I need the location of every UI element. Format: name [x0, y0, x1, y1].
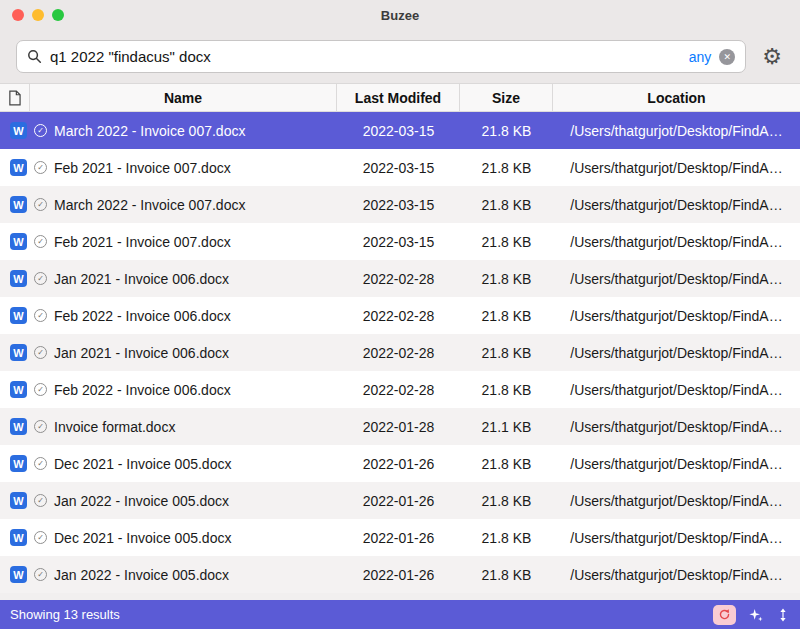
file-name: Jan 2021 - Invoice 006.docx [54, 345, 229, 361]
file-location: /Users/thatgurjot/Desktop/FindA… [553, 334, 800, 371]
check-circle-icon: ✓ [34, 494, 47, 507]
file-name-cell: W ✓ Feb 2022 - Invoice 006.docx [0, 371, 337, 408]
zoom-traffic-light[interactable] [52, 9, 64, 21]
file-type-column-header[interactable] [0, 84, 30, 111]
document-icon [8, 90, 21, 106]
word-file-icon: W [10, 233, 27, 250]
search-input[interactable] [50, 48, 681, 65]
file-location: /Users/thatgurjot/Desktop/FindA… [553, 408, 800, 445]
file-last-modified: 2022-03-15 [337, 112, 460, 149]
file-name: Feb 2021 - Invoice 007.docx [54, 234, 231, 250]
status-actions [713, 605, 790, 625]
file-name: Feb 2022 - Invoice 006.docx [54, 308, 231, 324]
file-last-modified: 2022-03-15 [337, 149, 460, 186]
file-size: 21.8 KB [460, 260, 553, 297]
table-row[interactable]: W ✓ Jan 2022 - Invoice 005.docx 2022-01-… [0, 482, 800, 519]
file-name-cell: W ✓ Jan 2021 - Invoice 006.docx [0, 260, 337, 297]
file-name: Jan 2022 - Invoice 005.docx [54, 567, 229, 583]
file-name-cell: W ✓ Invoice format.docx [0, 408, 337, 445]
word-file-icon: W [10, 566, 27, 583]
gear-icon[interactable]: ⚙ [762, 46, 782, 68]
column-header-name[interactable]: Name [30, 84, 337, 111]
file-size: 21.8 KB [460, 519, 553, 556]
traffic-lights [0, 9, 64, 21]
file-location: /Users/thatgurjot/Desktop/FindA… [553, 112, 800, 149]
file-last-modified: 2022-01-26 [337, 445, 460, 482]
file-name-cell: W ✓ Jan 2021 - Invoice 006.docx [0, 334, 337, 371]
table-row[interactable]: W ✓ March 2022 - Invoice 007.docx 2022-0… [0, 112, 800, 149]
sparkles-button[interactable] [748, 607, 764, 623]
file-location: /Users/thatgurjot/Desktop/FindA… [553, 297, 800, 334]
file-name-cell: W ✓ Feb 2022 - Invoice 006.docx [0, 297, 337, 334]
check-circle-icon: ✓ [34, 420, 47, 433]
word-file-icon: W [10, 492, 27, 509]
clear-search-icon[interactable]: ✕ [719, 49, 735, 65]
file-location: /Users/thatgurjot/Desktop/FindA… [553, 223, 800, 260]
check-circle-icon: ✓ [34, 235, 47, 248]
file-size: 21.8 KB [460, 482, 553, 519]
file-location: /Users/thatgurjot/Desktop/FindA… [553, 371, 800, 408]
word-file-icon: W [10, 455, 27, 472]
column-header-location[interactable]: Location [553, 84, 800, 111]
file-location: /Users/thatgurjot/Desktop/FindA… [553, 149, 800, 186]
file-last-modified: 2022-02-28 [337, 334, 460, 371]
file-size: 21.8 KB [460, 297, 553, 334]
file-name-cell: W ✓ Dec 2021 - Invoice 005.docx [0, 445, 337, 482]
file-name: March 2022 - Invoice 007.docx [54, 197, 245, 213]
column-header-last-modified[interactable]: Last Modifed [337, 84, 460, 111]
table-row[interactable]: W ✓ Feb 2022 - Invoice 006.docx 2022-02-… [0, 371, 800, 408]
table-row[interactable]: W ✓ Dec 2021 - Invoice 005.docx 2022-01-… [0, 445, 800, 482]
search-icon [27, 49, 42, 64]
table-row[interactable]: W ✓ Feb 2021 - Invoice 007.docx 2022-03-… [0, 149, 800, 186]
close-traffic-light[interactable] [12, 9, 24, 21]
file-location: /Users/thatgurjot/Desktop/FindA… [553, 482, 800, 519]
word-file-icon: W [10, 529, 27, 546]
file-size: 21.8 KB [460, 556, 553, 593]
check-circle-icon: ✓ [34, 457, 47, 470]
file-last-modified: 2022-01-28 [337, 408, 460, 445]
file-last-modified: 2022-01-26 [337, 556, 460, 593]
results-count: Showing 13 results [10, 607, 713, 622]
file-last-modified: 2022-02-28 [337, 297, 460, 334]
word-file-icon: W [10, 196, 27, 213]
file-name-cell: W ✓ Dec 2021 - Invoice 005.docx [0, 519, 337, 556]
refresh-icon [718, 608, 731, 621]
unfold-vertical-icon [776, 607, 790, 623]
table-row[interactable]: W ✓ Jan 2022 - Invoice 005.docx 2022-01-… [0, 556, 800, 593]
status-bar: Showing 13 results [0, 600, 800, 629]
file-name: March 2022 - Invoice 007.docx [54, 123, 245, 139]
file-size: 21.1 KB [460, 408, 553, 445]
table-row[interactable]: W ✓ Feb 2022 - Invoice 006.docx 2022-02-… [0, 297, 800, 334]
table-header: Name Last Modifed Size Location [0, 84, 800, 112]
file-name-cell: W ✓ Jan 2022 - Invoice 005.docx [0, 556, 337, 593]
table-row[interactable]: W ✓ Jan 2021 - Invoice 006.docx 2022-02-… [0, 334, 800, 371]
file-name-cell: W ✓ Feb 2021 - Invoice 007.docx [0, 149, 337, 186]
file-location: /Users/thatgurjot/Desktop/FindA… [553, 260, 800, 297]
refresh-button[interactable] [713, 605, 736, 625]
minimize-traffic-light[interactable] [32, 9, 44, 21]
file-size: 21.8 KB [460, 371, 553, 408]
column-header-size[interactable]: Size [460, 84, 553, 111]
file-name: Jan 2021 - Invoice 006.docx [54, 271, 229, 287]
file-location: /Users/thatgurjot/Desktop/FindA… [553, 445, 800, 482]
file-location: /Users/thatgurjot/Desktop/FindA… [553, 556, 800, 593]
table-row[interactable]: W ✓ Invoice format.docx 2022-01-28 21.1 … [0, 408, 800, 445]
file-size: 21.8 KB [460, 334, 553, 371]
word-file-icon: W [10, 344, 27, 361]
table-row[interactable]: W ✓ March 2022 - Invoice 007.docx 2022-0… [0, 186, 800, 223]
unfold-vertical-button[interactable] [776, 607, 790, 623]
search-box[interactable]: any ✕ [16, 40, 746, 73]
check-circle-icon: ✓ [34, 346, 47, 359]
file-last-modified: 2022-01-26 [337, 482, 460, 519]
file-last-modified: 2022-02-28 [337, 371, 460, 408]
file-name: Feb 2022 - Invoice 006.docx [54, 382, 231, 398]
search-scope-link[interactable]: any [689, 49, 712, 65]
sparkles-icon [748, 607, 764, 623]
file-size: 21.8 KB [460, 186, 553, 223]
table-row[interactable]: W ✓ Jan 2021 - Invoice 006.docx 2022-02-… [0, 260, 800, 297]
file-name-cell: W ✓ March 2022 - Invoice 007.docx [0, 112, 337, 149]
file-name-cell: W ✓ Feb 2021 - Invoice 007.docx [0, 223, 337, 260]
table-row[interactable]: W ✓ Dec 2021 - Invoice 005.docx 2022-01-… [0, 519, 800, 556]
word-file-icon: W [10, 159, 27, 176]
table-row[interactable]: W ✓ Feb 2021 - Invoice 007.docx 2022-03-… [0, 223, 800, 260]
